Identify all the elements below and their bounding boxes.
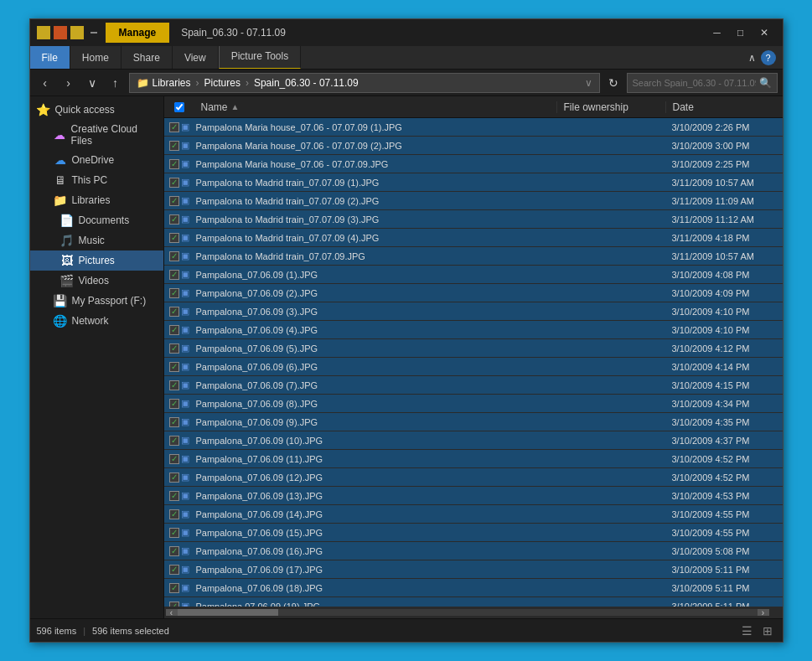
row-checkbox[interactable]: ✓: [169, 122, 179, 132]
tab-home[interactable]: Home: [70, 46, 122, 69]
row-checkbox[interactable]: ✓: [169, 454, 179, 464]
table-row[interactable]: ✓ ▣ Pampalona 07.06.09 (19).JPG 3/10/200…: [164, 597, 783, 607]
table-row[interactable]: ✓ ▣ Pampalona_07.06.09 (5).JPG 3/10/2009…: [164, 339, 783, 358]
table-row[interactable]: ✓ ▣ Pampalona_07.06.09 (12).JPG 3/10/200…: [164, 468, 783, 487]
expand-icon[interactable]: ∧: [748, 52, 756, 64]
row-checkbox[interactable]: ✓: [169, 546, 179, 556]
table-row[interactable]: ✓ ▣ Pampalona_07.06.09 (8).JPG 3/10/2009…: [164, 395, 783, 413]
table-row[interactable]: ✓ ▣ Pampalona_07.06.09 (18).JPG 3/10/200…: [164, 579, 783, 597]
row-checkbox[interactable]: ✓: [169, 214, 179, 225]
file-rows[interactable]: ✓ ▣ Pampalona Maria house_07.06 - 07.07.…: [164, 118, 783, 607]
minimize-button[interactable]: ─: [706, 23, 729, 42]
sidebar-item-onedrive[interactable]: ☁ OneDrive: [30, 150, 163, 170]
sidebar-item-pictures[interactable]: 🖼 Pictures: [30, 250, 163, 271]
row-checkbox-area[interactable]: ✓ ▣: [164, 140, 194, 151]
row-checkbox-area[interactable]: ✓ ▣: [164, 435, 194, 446]
col-header-name[interactable]: Name ▲: [194, 101, 556, 113]
row-checkbox-area[interactable]: ✓ ▣: [164, 416, 194, 427]
row-checkbox[interactable]: ✓: [169, 325, 179, 335]
row-checkbox[interactable]: ✓: [169, 288, 179, 298]
tab-view[interactable]: View: [173, 46, 219, 69]
row-checkbox-area[interactable]: ✓ ▣: [164, 509, 194, 519]
row-checkbox[interactable]: ✓: [169, 362, 179, 372]
table-row[interactable]: ✓ ▣ Pampalona_07.06.09 (10).JPG 3/10/200…: [164, 431, 783, 450]
row-checkbox-area[interactable]: ✓ ▣: [164, 324, 194, 335]
sidebar-item-creative-cloud[interactable]: ☁ Creative Cloud Files: [30, 120, 163, 150]
row-checkbox[interactable]: ✓: [169, 399, 179, 409]
tab-share[interactable]: Share: [122, 46, 173, 69]
row-checkbox-area[interactable]: ✓ ▣: [164, 380, 194, 390]
row-checkbox[interactable]: ✓: [169, 270, 179, 280]
row-checkbox[interactable]: ✓: [169, 528, 179, 538]
table-row[interactable]: ✓ ▣ Pampalona to Madrid train_07.07.09 (…: [164, 173, 783, 192]
sidebar-item-network[interactable]: 🌐 Network: [30, 311, 163, 331]
help-button[interactable]: ?: [761, 50, 776, 65]
sidebar-item-this-pc[interactable]: 🖥 This PC: [30, 170, 163, 190]
row-checkbox[interactable]: ✓: [169, 583, 179, 593]
table-row[interactable]: ✓ ▣ Pampalona_07.06.09 (15).JPG 3/10/200…: [164, 524, 783, 542]
table-row[interactable]: ✓ ▣ Pampalona_07.06.09 (11).JPG 3/10/200…: [164, 450, 783, 468]
table-row[interactable]: ✓ ▣ Pampalona_07.06.09 (17).JPG 3/10/200…: [164, 560, 783, 579]
search-box[interactable]: 🔍: [627, 73, 778, 93]
row-checkbox[interactable]: ✓: [169, 159, 179, 169]
recent-button[interactable]: ∨: [82, 73, 102, 93]
table-row[interactable]: ✓ ▣ Pampalona to Madrid train_07.07.09 (…: [164, 229, 783, 247]
row-checkbox-area[interactable]: ✓ ▣: [164, 287, 194, 298]
sidebar-item-videos[interactable]: 🎬 Videos: [30, 271, 163, 291]
address-part-libraries[interactable]: Libraries: [153, 77, 191, 89]
table-row[interactable]: ✓ ▣ Pampalona_07.06.09 (6).JPG 3/10/2009…: [164, 358, 783, 376]
row-checkbox-area[interactable]: ✓ ▣: [164, 490, 194, 501]
table-row[interactable]: ✓ ▣ Pampalona_07.06.09 (14).JPG 3/10/200…: [164, 505, 783, 524]
row-checkbox-area[interactable]: ✓ ▣: [164, 232, 194, 243]
table-row[interactable]: ✓ ▣ Pampalona_07.06.09 (9).JPG 3/10/2009…: [164, 413, 783, 431]
row-checkbox[interactable]: ✓: [169, 233, 179, 243]
table-row[interactable]: ✓ ▣ Pampalona_07.06.09 (1).JPG 3/10/2009…: [164, 266, 783, 284]
row-checkbox[interactable]: ✓: [169, 473, 179, 483]
row-checkbox-area[interactable]: ✓ ▣: [164, 582, 194, 593]
col-header-date[interactable]: Date: [665, 101, 783, 113]
address-part-folder[interactable]: Spain_06.30 - 07.11.09: [254, 77, 359, 89]
row-checkbox-area[interactable]: ✓ ▣: [164, 343, 194, 354]
table-row[interactable]: ✓ ▣ Pampalona_07.06.09 (2).JPG 3/10/2009…: [164, 284, 783, 302]
refresh-button[interactable]: ↻: [603, 73, 623, 93]
row-checkbox-area[interactable]: ✓ ▣: [164, 195, 194, 206]
sidebar-item-quick-access[interactable]: ⭐ Quick access: [30, 100, 163, 120]
row-checkbox-area[interactable]: ✓ ▣: [164, 177, 194, 188]
header-checkbox[interactable]: [164, 102, 194, 112]
row-checkbox[interactable]: ✓: [169, 307, 179, 317]
row-checkbox-area[interactable]: ✓ ▣: [164, 601, 194, 607]
sidebar-item-documents[interactable]: 📄 Documents: [30, 210, 163, 230]
table-row[interactable]: ✓ ▣ Pampalona_07.06.09 (16).JPG 3/10/200…: [164, 542, 783, 560]
details-view-button[interactable]: ☰: [739, 622, 756, 639]
row-checkbox-area[interactable]: ✓ ▣: [164, 564, 194, 575]
search-icon[interactable]: 🔍: [759, 77, 772, 89]
row-checkbox-area[interactable]: ✓ ▣: [164, 527, 194, 538]
table-row[interactable]: ✓ ▣ Pampalona Maria house_07.06 - 07.07.…: [164, 118, 783, 137]
table-row[interactable]: ✓ ▣ Pampalona_07.06.09 (13).JPG 3/10/200…: [164, 487, 783, 505]
row-checkbox-area[interactable]: ✓ ▣: [164, 361, 194, 372]
row-checkbox-area[interactable]: ✓ ▣: [164, 214, 194, 225]
row-checkbox[interactable]: ✓: [169, 196, 179, 206]
hscroll-thumb[interactable]: [178, 609, 278, 616]
row-checkbox[interactable]: ✓: [169, 380, 179, 390]
row-checkbox-area[interactable]: ✓ ▣: [164, 158, 194, 169]
up-button[interactable]: ↑: [106, 73, 126, 93]
search-input[interactable]: [633, 78, 756, 88]
row-checkbox-area[interactable]: ✓ ▣: [164, 269, 194, 280]
table-row[interactable]: ✓ ▣ Pampalona Maria house_07.06 - 07.07.…: [164, 137, 783, 155]
hscroll-right-arrow[interactable]: ›: [758, 609, 769, 616]
close-button[interactable]: ✕: [753, 23, 776, 42]
table-row[interactable]: ✓ ▣ Pampalona to Madrid train_07.07.09 (…: [164, 210, 783, 229]
table-row[interactable]: ✓ ▣ Pampalona_07.06.09 (7).JPG 3/10/2009…: [164, 376, 783, 395]
sidebar-item-my-passport[interactable]: 💾 My Passport (F:): [30, 291, 163, 311]
row-checkbox-area[interactable]: ✓ ▣: [164, 398, 194, 409]
table-row[interactable]: ✓ ▣ Pampalona to Madrid train_07.07.09.J…: [164, 247, 783, 266]
row-checkbox-area[interactable]: ✓ ▣: [164, 306, 194, 317]
table-row[interactable]: ✓ ▣ Pampalona Maria house_07.06 - 07.07.…: [164, 155, 783, 173]
sidebar-item-libraries[interactable]: 📁 Libraries: [30, 190, 163, 210]
row-checkbox[interactable]: ✓: [169, 509, 179, 519]
hscroll-left-arrow[interactable]: ‹: [166, 609, 178, 616]
row-checkbox-area[interactable]: ✓ ▣: [164, 250, 194, 261]
col-header-ownership[interactable]: File ownership: [556, 101, 665, 113]
back-button[interactable]: ‹: [35, 73, 55, 93]
